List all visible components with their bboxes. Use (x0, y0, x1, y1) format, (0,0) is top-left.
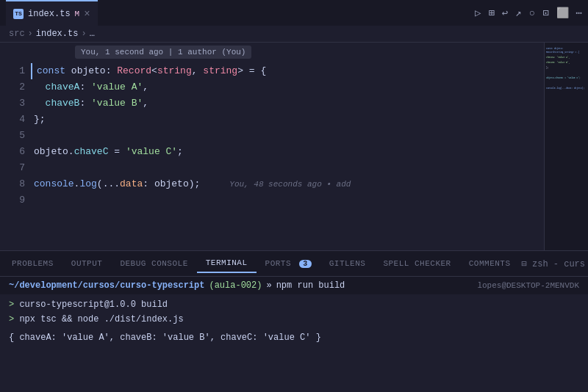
circle-icon[interactable]: ○ (529, 7, 535, 19)
inline-blame-8: You, 48 seconds ago • add (229, 180, 351, 189)
run-icon[interactable]: ▷ (475, 7, 481, 19)
code-line-8: console.log(...data: objeto);You, 48 sec… (31, 176, 544, 192)
prompt-arrow: » (266, 280, 271, 291)
breadcrumb-sep1: › (28, 29, 33, 39)
panel-tab-right: ⊟ zsh - curs (522, 258, 585, 269)
panel-icon[interactable]: ⬜ (556, 7, 569, 19)
code-line-9 (31, 192, 544, 208)
code-line-7 (31, 160, 544, 176)
title-bar: TS index.ts M × ▷ ⊞ ↩ ↗ ○ ⊡ ⬜ ⋯ (0, 0, 588, 26)
prompt-path: ~/development/cursos/curso-typescript (9, 280, 204, 291)
code-lines: const objeto: Record<string, string> = {… (31, 63, 544, 208)
code-line-6: objeto.chaveC = 'value C'; (31, 144, 544, 160)
toolbar-right: ▷ ⊞ ↩ ↗ ○ ⊡ ⬜ ⋯ (475, 7, 582, 19)
prompt-cmd: npm run build (276, 280, 345, 291)
file-icon: TS (13, 9, 24, 19)
panel-tabs: PROBLEMS OUTPUT DEBUG CONSOLE TERMINAL P… (0, 250, 588, 276)
terminal-output-line-1: curso-typescript@1.0.0 build (9, 297, 579, 312)
tab-problems[interactable]: PROBLEMS (3, 255, 62, 272)
minimap-content: const objeto: Record<string,string> = { … (545, 43, 588, 95)
back-icon[interactable]: ↩ (502, 7, 508, 19)
breadcrumb-file[interactable]: index.ts (36, 29, 79, 39)
code-line-5 (31, 128, 544, 144)
tab-debug-console[interactable]: DEBUG CONSOLE (111, 255, 196, 272)
code-line-1: const objeto: Record<string, string> = { (31, 63, 544, 79)
line-numbers: 1 2 3 4 5 6 7 8 9 (0, 43, 31, 250)
code-area[interactable]: You, 1 second ago | 1 author (You) const… (31, 43, 544, 250)
tab-gitlens[interactable]: GITLENS (320, 255, 375, 272)
terminal-prompt: ~/development/cursos/curso-typescript (a… (0, 277, 588, 294)
tab-output[interactable]: OUTPUT (62, 255, 112, 272)
prompt-host: lopes@DESKTOP-2MENVDK (477, 281, 579, 290)
tab-ports[interactable]: PORTS 3 (257, 255, 320, 272)
breadcrumb: src › index.ts › … (0, 26, 588, 43)
breadcrumb-sep2: › (81, 29, 86, 39)
prompt-branch: (aula-002) (209, 280, 262, 291)
split-icon[interactable]: ⊞ (488, 7, 494, 19)
code-line-4: }; (31, 112, 544, 128)
terminal-result: { chaveA: 'value A', chaveB: 'value B', … (0, 330, 588, 346)
editor-tab[interactable]: TS index.ts M × (6, 0, 98, 26)
tab-modified-indicator: M (75, 10, 80, 18)
layout-icon[interactable]: ⊡ (542, 7, 548, 19)
tab-comments[interactable]: COMMENTS (460, 255, 520, 272)
terminal-output: curso-typescript@1.0.0 build npx tsc && … (0, 294, 588, 330)
forward-icon[interactable]: ↗ (515, 7, 521, 19)
terminal[interactable]: ~/development/cursos/curso-typescript (a… (0, 276, 588, 392)
minimap[interactable]: const objeto: Record<string,string> = { … (544, 43, 588, 250)
tab-filename: index.ts (28, 9, 71, 19)
editor-area: 1 2 3 4 5 6 7 8 9 You, 1 second ago | 1 … (0, 43, 588, 250)
terminal-output-line-2: npx tsc && node ./dist/index.js (9, 312, 579, 327)
terminal-result-text: { chaveA: 'value A', chaveB: 'value B', … (9, 333, 321, 343)
code-line-3: chaveB: 'value B', (31, 95, 544, 112)
code-line-2: chaveA: 'value A', (31, 79, 544, 95)
tab-close-button[interactable]: × (84, 8, 90, 20)
ports-badge: 3 (299, 260, 312, 268)
breadcrumb-src[interactable]: src (9, 29, 25, 39)
blame-tooltip: You, 1 second ago | 1 author (You) (75, 46, 251, 59)
breadcrumb-symbol[interactable]: … (90, 29, 95, 39)
tab-spell-checker[interactable]: SPELL CHECKER (374, 255, 459, 272)
tab-terminal[interactable]: TERMINAL (197, 254, 257, 273)
terminal-shell-label: ⊟ zsh - curs (522, 258, 585, 269)
more-icon[interactable]: ⋯ (576, 7, 582, 19)
